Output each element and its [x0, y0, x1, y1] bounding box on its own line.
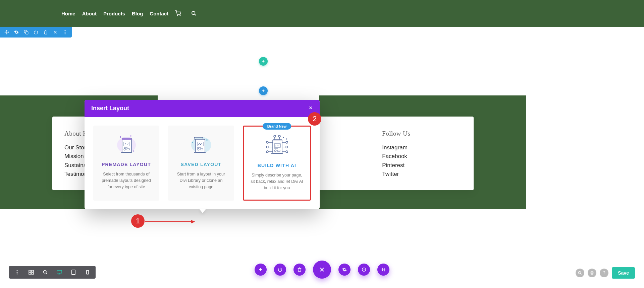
- premade-layout-title: PREMADE LAYOUT: [99, 162, 153, 167]
- svg-rect-6: [25, 31, 28, 34]
- svg-rect-41: [273, 140, 282, 141]
- modal-header: Insert Layout: [85, 100, 320, 117]
- power-icon[interactable]: [33, 29, 39, 35]
- svg-point-61: [278, 135, 280, 137]
- nav-products[interactable]: Products: [103, 11, 125, 16]
- close-icon[interactable]: [53, 29, 58, 35]
- svg-point-11: [65, 32, 66, 33]
- footer-link-pinterest[interactable]: Pinterest: [382, 161, 462, 170]
- footer-link-twitter[interactable]: Twitter: [382, 170, 462, 178]
- add-button[interactable]: [255, 264, 267, 276]
- premade-layout-icon: [99, 133, 153, 157]
- right-controls: ? Save: [576, 267, 635, 279]
- svg-rect-22: [122, 138, 131, 140]
- nav-contact[interactable]: Contact: [150, 11, 168, 16]
- close-builder-button[interactable]: [313, 261, 331, 279]
- saved-layout-card[interactable]: SAVED LAYOUT Start from a layout in your…: [168, 126, 234, 201]
- svg-point-51: [266, 151, 268, 153]
- move-icon[interactable]: [4, 29, 9, 35]
- section-toolbar: [0, 27, 72, 38]
- premade-layout-card[interactable]: PREMADE LAYOUT Select from thousands of …: [93, 126, 159, 201]
- layers-button[interactable]: [588, 269, 596, 277]
- more-icon[interactable]: [62, 29, 68, 35]
- modal-pointer: [199, 209, 206, 213]
- delete-button[interactable]: [293, 264, 306, 276]
- svg-point-2: [192, 11, 195, 14]
- svg-point-20: [130, 135, 131, 137]
- svg-marker-29: [120, 136, 121, 138]
- saved-layout-title: SAVED LAYOUT: [174, 162, 228, 167]
- svg-point-88: [579, 272, 581, 274]
- footer-col2-title: Follow Us: [382, 130, 462, 137]
- brand-new-badge: Brand New: [263, 123, 291, 130]
- modal-close-icon[interactable]: [308, 105, 313, 112]
- svg-point-10: [65, 30, 66, 31]
- save-button[interactable]: Save: [612, 267, 635, 279]
- saved-layout-desc: Start from a layout in your Divi Library…: [174, 171, 228, 190]
- nav-blog[interactable]: Blog: [132, 11, 143, 16]
- annotation-arrow-icon: [145, 220, 195, 224]
- history-button[interactable]: [358, 264, 370, 276]
- svg-line-89: [581, 274, 582, 275]
- svg-marker-67: [191, 220, 195, 223]
- add-row-button[interactable]: [259, 86, 268, 95]
- saved-layout-icon: [174, 133, 228, 157]
- svg-point-55: [286, 146, 288, 148]
- svg-marker-28: [133, 150, 135, 152]
- svg-point-12: [65, 33, 66, 34]
- build-with-ai-card[interactable]: Brand New BUILD WITH AI Simply describe …: [243, 126, 311, 201]
- build-with-ai-desc: Simply describe your page, sit back, rel…: [250, 172, 304, 191]
- build-with-ai-title: BUILD WITH AI: [250, 163, 304, 168]
- settings-button[interactable]: [338, 264, 351, 276]
- build-with-ai-icon: [250, 134, 304, 158]
- nav-about[interactable]: About: [82, 11, 97, 16]
- nav-home[interactable]: Home: [61, 11, 75, 16]
- svg-point-59: [274, 135, 276, 137]
- delete-icon[interactable]: [43, 29, 48, 35]
- add-section-button[interactable]: [259, 57, 268, 66]
- svg-point-0: [177, 15, 178, 16]
- swap-button[interactable]: [377, 264, 389, 276]
- svg-point-57: [286, 151, 288, 153]
- duplicate-icon[interactable]: [23, 29, 29, 35]
- power-button[interactable]: [274, 264, 286, 276]
- gear-icon[interactable]: [14, 29, 19, 35]
- footer-link-instagram[interactable]: Instagram: [382, 143, 462, 152]
- bottom-action-row: [0, 261, 644, 279]
- cart-icon[interactable]: [175, 10, 181, 16]
- modal-title: Insert Layout: [91, 105, 129, 112]
- annotation-badge-2: 2: [308, 112, 321, 126]
- svg-point-47: [266, 141, 268, 143]
- insert-layout-modal: Insert Layout PREMADE LAYOUT Select from…: [85, 100, 320, 209]
- svg-point-1: [180, 15, 180, 16]
- premade-layout-desc: Select from thousands of premade layouts…: [99, 171, 153, 190]
- modal-body: PREMADE LAYOUT Select from thousands of …: [85, 117, 320, 209]
- svg-point-53: [286, 141, 288, 143]
- svg-point-49: [266, 146, 268, 148]
- main-nav: Home About Products Blog Contact: [61, 10, 197, 16]
- site-header: Home About Products Blog Contact: [0, 0, 644, 27]
- svg-line-3: [195, 14, 196, 15]
- search-icon[interactable]: [191, 11, 197, 16]
- annotation-badge-1: 1: [131, 214, 145, 228]
- help-button[interactable]: ?: [600, 269, 608, 277]
- svg-point-63: [283, 137, 284, 138]
- svg-marker-90: [590, 271, 594, 273]
- footer-link-facebook[interactable]: Facebook: [382, 152, 462, 161]
- find-button[interactable]: [576, 269, 584, 277]
